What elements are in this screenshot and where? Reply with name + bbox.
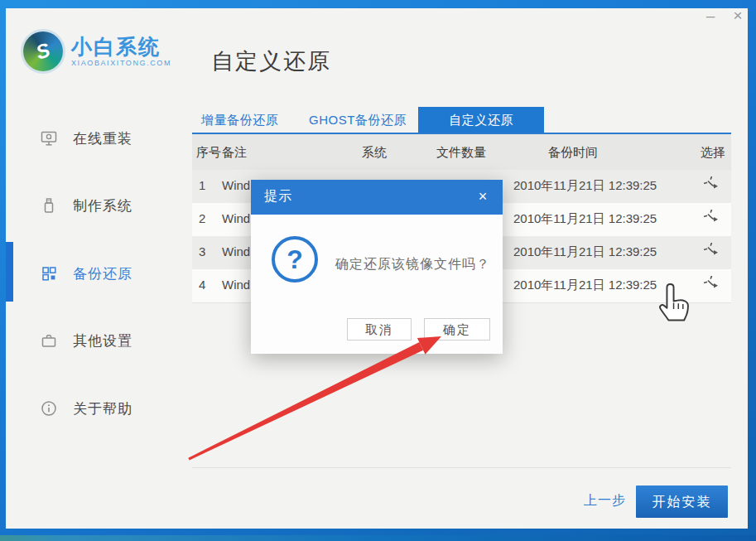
sidebar-item-label: 在线重装: [73, 129, 132, 148]
app-logo: S 小白系统 XIAOBAIXITONG.COM: [23, 31, 171, 71]
previous-step-link[interactable]: 上一步: [584, 492, 626, 510]
monitor-reinstall-icon: [40, 129, 58, 147]
row-index: 2: [199, 211, 205, 225]
question-glyph: ?: [287, 246, 303, 273]
briefcase-icon: [40, 331, 58, 350]
usb-drive-icon: [40, 196, 58, 215]
backup-grid-icon: [40, 264, 58, 283]
tab-ghost-backup-restore[interactable]: GHOST备份还原: [309, 107, 407, 133]
col-header-filecount: 文件数量: [436, 145, 486, 161]
close-icon[interactable]: ×: [727, 6, 749, 27]
sidebar-item-label: 备份还原: [73, 264, 132, 283]
hand-cursor-icon: [657, 282, 691, 331]
info-icon: [40, 399, 58, 418]
dialog-message: 确定还原该镜像文件吗？: [335, 256, 490, 273]
logo-swirl-icon: S: [23, 31, 63, 71]
col-header-index: 序号: [196, 145, 221, 161]
sidebar-item-label: 关于帮助: [73, 399, 132, 418]
tab-incremental-backup-restore[interactable]: 增量备份还原: [201, 107, 278, 133]
restore-icon[interactable]: [704, 176, 724, 196]
col-header-note: 备注: [222, 145, 247, 161]
sidebar-active-indicator: [6, 242, 13, 302]
sidebar-item-label: 其他设置: [73, 331, 132, 350]
question-mark-icon: ?: [272, 236, 318, 283]
confirm-button[interactable]: 确定: [424, 318, 490, 341]
sidebar-item-backup-restore[interactable]: 备份还原: [40, 259, 181, 287]
page-title: 自定义还原: [211, 46, 331, 76]
row-backup-time: 2010年11月21日 12:39:25: [513, 244, 657, 260]
restore-icon[interactable]: [704, 243, 724, 263]
sidebar-item-make-system[interactable]: 制作系统: [40, 191, 181, 220]
start-install-button[interactable]: 开始安装: [636, 485, 728, 518]
footer-divider: [192, 467, 731, 468]
confirm-dialog: 提示 × ? 确定还原该镜像文件吗？ 取消 确定: [251, 180, 503, 354]
col-header-select: 选择: [701, 145, 725, 161]
row-index: 1: [199, 178, 205, 192]
dialog-close-icon[interactable]: ×: [473, 186, 493, 206]
sidebar-item-label: 制作系统: [73, 196, 132, 215]
restore-icon[interactable]: [704, 210, 724, 229]
tab-custom-restore[interactable]: 自定义还原: [418, 107, 544, 133]
brand-name: 小白系统: [71, 36, 171, 57]
brand-text: 小白系统 XIAOBAIXITONG.COM: [71, 36, 171, 67]
sidebar-item-online-reinstall[interactable]: 在线重装: [40, 124, 181, 152]
row-note: Wind: [222, 244, 250, 258]
row-backup-time: 2010年11月21日 12:39:25: [513, 278, 657, 293]
col-header-backup-time: 备份时间: [548, 145, 598, 161]
row-note: Wind: [222, 178, 250, 192]
row-note: Wind: [222, 278, 250, 292]
restore-icon[interactable]: [704, 276, 724, 296]
brand-domain: XIAOBAIXITONG.COM: [71, 59, 171, 67]
cancel-button[interactable]: 取消: [347, 318, 412, 341]
minimize-icon[interactable]: –: [700, 6, 721, 27]
sidebar-item-other-settings[interactable]: 其他设置: [40, 326, 181, 355]
row-backup-time: 2010年11月21日 12:39:25: [513, 211, 657, 227]
col-header-system: 系统: [362, 145, 387, 161]
row-index: 4: [199, 278, 205, 292]
sidebar-item-about-help[interactable]: 关于帮助: [40, 394, 181, 423]
dialog-title: 提示: [264, 188, 292, 205]
row-index: 3: [199, 244, 205, 258]
row-backup-time: 2010年11月21日 12:39:25: [513, 178, 657, 194]
logo-letter: S: [33, 38, 53, 65]
desktop: – × S 小白系统 XIAOBAIXITONG.COM 自定义还原 在线重装 …: [0, 0, 756, 541]
row-note: Wind: [222, 211, 250, 225]
